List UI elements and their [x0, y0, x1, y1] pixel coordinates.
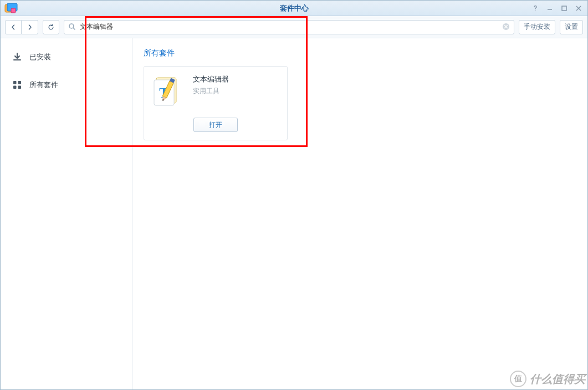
clear-search-icon[interactable] — [502, 23, 510, 32]
search-input[interactable] — [64, 20, 514, 34]
toolbar: 手动安装 设置 — [1, 16, 587, 38]
text-editor-icon: T — [152, 74, 185, 108]
svg-rect-5 — [562, 6, 566, 11]
svg-rect-17 — [18, 86, 22, 89]
help-icon[interactable] — [532, 5, 541, 12]
open-button[interactable]: 打开 — [193, 118, 238, 132]
download-icon — [12, 52, 23, 63]
package-center-window: 套件中心 — [0, 0, 588, 390]
refresh-button[interactable] — [43, 20, 59, 34]
body: 已安装 所有套件 所有套件 T — [1, 38, 587, 389]
maximize-icon[interactable] — [561, 5, 570, 12]
sidebar: 已安装 所有套件 — [1, 38, 132, 389]
close-icon[interactable] — [575, 5, 584, 12]
package-category: 实用工具 — [193, 87, 229, 96]
svg-rect-15 — [18, 81, 22, 84]
svg-line-9 — [73, 28, 75, 29]
sidebar-item-all-packages[interactable]: 所有套件 — [1, 76, 132, 94]
minimize-icon[interactable] — [546, 5, 555, 12]
search-wrap — [64, 20, 514, 34]
section-title: 所有套件 — [144, 48, 576, 58]
grid-icon — [12, 79, 23, 90]
card-info: 文本编辑器 实用工具 — [193, 74, 229, 96]
sidebar-item-label: 所有套件 — [29, 80, 58, 90]
back-button[interactable] — [5, 20, 22, 34]
settings-button[interactable]: 设置 — [560, 20, 583, 34]
titlebar: 套件中心 — [1, 1, 587, 16]
package-card[interactable]: T 文本编辑器 实用工具 — [144, 66, 288, 140]
content: 所有套件 T — [132, 38, 587, 389]
svg-rect-16 — [13, 86, 17, 89]
app-icon — [4, 3, 18, 14]
svg-point-3 — [535, 10, 535, 11]
forward-button[interactable] — [22, 20, 38, 34]
card-action: 打开 — [152, 118, 279, 132]
card-top: T 文本编辑器 实用工具 — [152, 74, 279, 108]
svg-rect-2 — [11, 8, 16, 13]
manual-install-button[interactable]: 手动安装 — [519, 20, 555, 34]
search-icon — [68, 23, 76, 32]
window-title: 套件中心 — [1, 3, 587, 13]
window-controls — [532, 1, 584, 16]
svg-rect-14 — [13, 81, 17, 84]
sidebar-item-installed[interactable]: 已安装 — [1, 48, 132, 66]
sidebar-item-label: 已安装 — [29, 52, 51, 62]
package-name: 文本编辑器 — [193, 74, 229, 84]
nav-group — [5, 20, 38, 34]
